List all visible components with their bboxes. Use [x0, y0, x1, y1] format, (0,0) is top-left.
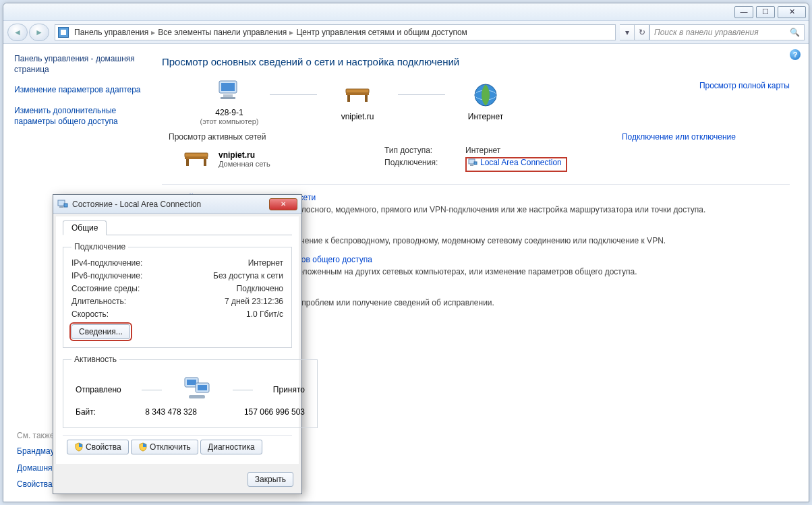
nic-icon — [468, 158, 477, 167]
shield-icon — [138, 442, 148, 452]
dialog-close-button[interactable]: ✕ — [269, 198, 297, 210]
map-internet-label: Интернет — [445, 112, 526, 121]
shield-icon — [74, 442, 84, 452]
group-connection-legend: Подключение — [71, 242, 128, 251]
breadcrumb-item[interactable]: Панель управления — [71, 28, 151, 37]
properties-button-label: Свойства — [86, 442, 121, 452]
row-val: Без доступа к сети — [213, 271, 283, 280]
diagnose-button[interactable]: Диагностика — [200, 440, 262, 454]
group-connection: Подключение IPv4-подключение:Интернет IP… — [63, 242, 292, 348]
disable-button[interactable]: Отключить — [131, 440, 198, 454]
row-val: Интернет — [248, 258, 283, 268]
svg-rect-17 — [474, 162, 477, 165]
page-heading: Просмотр основных сведений о сети и наст… — [162, 56, 790, 67]
svg-rect-19 — [59, 206, 63, 208]
dialog-action-buttons: Свойства Отключить Диагностика — [63, 435, 292, 457]
connection-name: Local Area Connection — [480, 158, 562, 167]
access-type-label: Тип доступа: — [384, 146, 465, 155]
nav-back-button[interactable]: ◄ — [7, 24, 28, 41]
connect-disconnect-link[interactable]: Подключение или отключение — [622, 132, 736, 142]
maximize-button[interactable]: ☐ — [756, 6, 775, 18]
row-key: Скорость: — [71, 309, 166, 319]
dialog-body: Общие Подключение IPv4-подключение:Интер… — [56, 216, 299, 464]
address-bar[interactable]: Панель управления▸ Все элементы панели у… — [55, 24, 616, 40]
search-input[interactable]: Поиск в панели управления 🔍 — [649, 24, 805, 40]
control-panel-home-link[interactable]: Панель управления - домашняя страница — [14, 53, 142, 75]
row-val: Подключено — [237, 284, 283, 293]
computer-icon — [215, 77, 243, 105]
svg-rect-25 — [189, 395, 205, 398]
highlight-box: Local Area Connection — [465, 157, 567, 172]
breadcrumb-item[interactable]: Центр управления сетями и общим доступом — [293, 28, 470, 37]
group-activity-legend: Активность — [71, 355, 119, 364]
svg-rect-12 — [185, 157, 208, 159]
network-category-icon — [182, 149, 210, 169]
row-val: 1.0 Гбит/с — [246, 309, 283, 319]
bytes-sent-value: 8 343 478 328 — [116, 407, 197, 417]
active-network-block: vnipiet.ru Доменная сеть Тип доступа: Ин… — [182, 146, 790, 172]
disable-button-label: Отключить — [150, 442, 191, 452]
address-dropdown-button[interactable]: ▾ — [620, 24, 635, 40]
bytes-label: Байт: — [76, 407, 116, 417]
network-map: 428-9-1 (этот компьютер) vnipiet.ru Инте… — [189, 77, 790, 125]
search-icon[interactable]: 🔍 — [790, 28, 800, 37]
close-button[interactable]: Закрыть — [248, 472, 293, 487]
received-label: Принято — [273, 385, 305, 394]
properties-button[interactable]: Свойства — [67, 440, 129, 454]
control-panel-icon — [58, 27, 69, 38]
row-key: Длительность: — [71, 297, 166, 306]
search-placeholder: Поиск в панели управления — [654, 28, 759, 37]
row-val: 7 дней 23:12:36 — [225, 297, 283, 306]
svg-rect-2 — [223, 94, 233, 97]
map-item-this-pc: 428-9-1 (этот компьютер) — [189, 77, 270, 125]
local-area-connection-link[interactable]: Local Area Connection — [468, 158, 562, 167]
map-domain-name: vnipiet.ru — [317, 112, 398, 121]
active-networks-label: Просмотр активных сетей — [169, 132, 266, 142]
svg-rect-6 — [347, 95, 350, 102]
row-key: IPv6-подключение: — [71, 271, 166, 280]
svg-rect-16 — [470, 165, 473, 166]
svg-rect-22 — [187, 380, 196, 385]
dialog-tabstrip: Общие — [63, 220, 292, 235]
svg-rect-4 — [346, 89, 369, 93]
connections-label: Подключения: — [384, 158, 465, 169]
breadcrumb-item[interactable]: Все элементы панели управления — [155, 28, 289, 37]
svg-rect-13 — [186, 159, 189, 166]
nic-icon — [57, 199, 68, 210]
map-pc-sub: (этот компьютер) — [189, 117, 270, 125]
svg-rect-7 — [365, 95, 368, 102]
minimize-button[interactable]: — — [734, 6, 753, 18]
dialog-titlebar[interactable]: Состояние - Local Area Connection ✕ — [53, 195, 301, 214]
active-networks-header: Просмотр активных сетей Подключение или … — [169, 132, 790, 142]
access-type-value: Интернет — [465, 146, 500, 155]
row-key: IPv4-подключение: — [71, 258, 166, 268]
map-connector — [398, 94, 445, 95]
refresh-button[interactable]: ↻ — [635, 24, 649, 40]
svg-rect-14 — [204, 159, 206, 166]
svg-rect-1 — [221, 83, 235, 91]
window-titlebar: — ☐ ✕ — [3, 3, 809, 21]
sent-label: Отправлено — [76, 385, 121, 394]
svg-rect-11 — [185, 153, 208, 157]
map-pc-name: 428-9-1 — [189, 108, 270, 117]
view-full-map-link[interactable]: Просмотр полной карты — [699, 81, 790, 90]
tab-general[interactable]: Общие — [63, 220, 107, 235]
dialog-title: Состояние - Local Area Connection — [72, 200, 201, 209]
map-item-internet: Интернет — [445, 81, 526, 121]
window-close-button[interactable]: ✕ — [778, 6, 806, 18]
network-name: vnipiet.ru — [219, 150, 270, 160]
connection-status-dialog: Состояние - Local Area Connection ✕ Общи… — [53, 194, 302, 494]
svg-rect-3 — [221, 97, 235, 99]
activity-icon — [182, 376, 212, 400]
sidebar-link-sharing-settings[interactable]: Изменить дополнительные параметры общего… — [14, 105, 142, 127]
dialog-footer: Закрыть — [53, 467, 301, 494]
map-connector — [270, 94, 317, 95]
svg-rect-20 — [64, 204, 67, 207]
bench-icon — [343, 81, 372, 109]
divider — [162, 184, 790, 185]
row-key: Состояние среды: — [71, 284, 166, 293]
nav-forward-button[interactable]: ► — [29, 24, 49, 41]
details-button[interactable]: Сведения... — [71, 324, 130, 339]
sidebar-link-adapter-settings[interactable]: Изменение параметров адаптера — [14, 84, 142, 95]
help-icon[interactable]: ? — [790, 49, 801, 60]
